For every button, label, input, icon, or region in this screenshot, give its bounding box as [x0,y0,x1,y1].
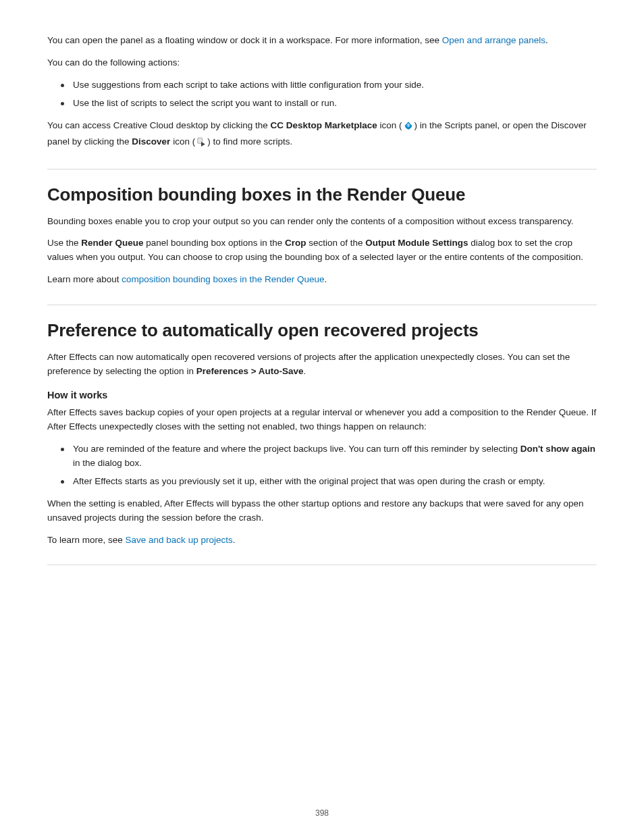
autorecover-p3: When the setting is enabled, After Effec… [47,497,597,525]
section-divider [47,305,597,305]
scripts-ccd-paragraph: You can access Creative Cloud desktop by… [47,119,597,151]
autorecover-learn-more: To learn more, see Save and back up proj… [47,533,597,548]
autorecover-p1: After Effects can now automatically open… [47,350,597,379]
section-scripts-panel: You can open the panel as a floating win… [47,34,597,151]
bounding-p2: Use the Render Queue panel bounding box … [47,236,597,265]
bounding-learn-more: Learn more about composition bounding bo… [47,273,597,287]
scripts-actions-list: Use suggestions from each script to take… [47,78,597,111]
discover-icon [404,121,413,135]
list-item: Use suggestions from each script to take… [61,78,597,93]
link-open-arrange-panels[interactable]: Open and arrange panels [442,35,545,45]
link-bounding-boxes[interactable]: composition bounding boxes in the Render… [122,274,324,284]
page: You can open the panel as a floating win… [0,0,644,834]
list-item: Use the list of scripts to select the sc… [61,97,597,111]
autorecover-behavior-list: You are reminded of the feature and wher… [47,442,597,489]
heading-bounding-boxes: Composition bounding boxes in the Render… [47,184,597,205]
page-number: 398 [0,808,644,818]
subheading-how-it-works: How it works [47,390,597,400]
scripts-intro-paragraph: You can open the panel as a floating win… [47,34,597,48]
svg-marker-1 [201,142,205,147]
scripts-list-lead: You can do the following actions: [47,56,597,70]
section-divider [47,169,597,170]
heading-auto-recover: Preference to automatically open recover… [47,320,597,341]
link-save-backup-projects[interactable]: Save and back up projects [126,535,233,545]
section-bounding-boxes: Composition bounding boxes in the Render… [47,184,597,288]
list-item: After Effects starts as you previously s… [61,475,597,489]
section-auto-recover: Preference to automatically open recover… [47,320,597,547]
list-item: You are reminded of the feature and wher… [61,442,597,471]
section-divider [47,565,597,565]
bounding-p1: Bounding boxes enable you to crop your o… [47,215,597,229]
autorecover-p2: After Effects saves backup copies of you… [47,406,597,434]
cc-desktop-marketplace-icon [196,137,206,151]
